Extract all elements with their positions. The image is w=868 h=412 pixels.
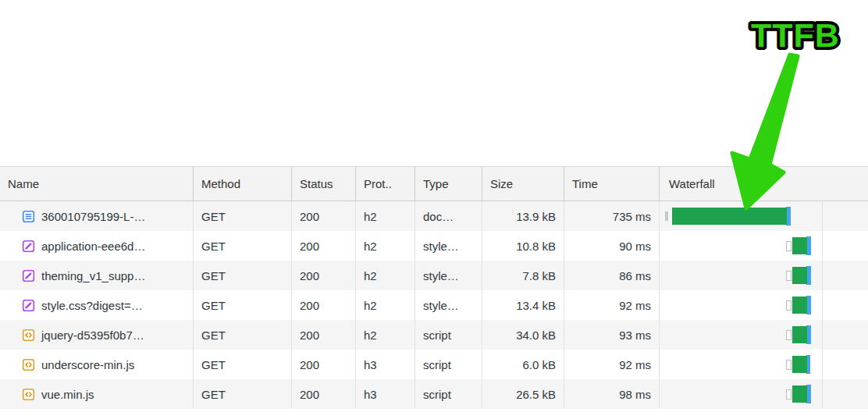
request-status: 200 (292, 379, 356, 409)
request-status: 200 (292, 290, 356, 320)
request-name: underscore-min.js (41, 358, 134, 371)
request-status: 200 (292, 261, 356, 290)
request-protocol: h2 (356, 201, 415, 231)
waterfall-ttfb-bar (792, 356, 807, 373)
request-status: 200 (292, 231, 356, 261)
request-protocol: h3 (356, 379, 415, 409)
request-size: 13.4 kB (482, 290, 564, 320)
table-row[interactable]: theming_v1_supp… GET 200 h2 style… 7.8 k… (0, 261, 868, 290)
waterfall-stalled-bar (786, 241, 792, 251)
request-type: script (415, 320, 482, 350)
waterfall-ttfb-bar (792, 326, 807, 343)
column-header-status[interactable]: Status (292, 167, 356, 201)
request-size: 7.8 kB (482, 261, 564, 290)
network-request-table: Name Method Status Prot.. Type Size Time… (0, 166, 868, 409)
request-time: 92 ms (564, 290, 660, 320)
column-header-name[interactable]: Name (0, 167, 194, 201)
request-time: 86 ms (564, 261, 660, 290)
script-icon (22, 329, 35, 342)
ttfb-label: TTFB (751, 16, 840, 54)
waterfall-cell (660, 290, 868, 320)
request-size: 13.9 kB (482, 201, 564, 231)
waterfall-ttfb-bar (792, 385, 807, 403)
stylesheet-icon (22, 269, 35, 282)
request-name: vue.min.js (41, 388, 94, 401)
request-protocol: h2 (356, 320, 415, 350)
request-status: 200 (292, 320, 356, 350)
request-name: application-eee6d… (41, 240, 145, 253)
waterfall-stalled-bar (786, 360, 792, 370)
waterfall-stalled-bar (665, 211, 668, 221)
waterfall-time-gridline (822, 201, 823, 409)
waterfall-stalled-bar (786, 330, 792, 340)
waterfall-cell (660, 350, 868, 379)
request-method: GET (194, 320, 292, 350)
table-row[interactable]: jquery-d5395f0b7… GET 200 h2 script 34.0… (0, 320, 868, 350)
document-icon (22, 210, 35, 223)
request-method: GET (194, 261, 292, 290)
waterfall-cell (660, 231, 868, 261)
waterfall-cell (660, 320, 868, 350)
column-header-method[interactable]: Method (194, 167, 292, 201)
request-method: GET (194, 231, 292, 261)
request-type: style… (415, 290, 482, 320)
waterfall-cell (660, 261, 868, 290)
request-method: GET (194, 201, 292, 231)
request-name: theming_v1_supp… (41, 269, 145, 282)
script-icon (22, 388, 35, 401)
waterfall-cell (660, 379, 868, 409)
request-type: script (415, 350, 482, 379)
request-method: GET (194, 290, 292, 320)
request-method: GET (194, 379, 292, 409)
devtools-network-panel: Name Method Status Prot.. Type Size Time… (0, 0, 868, 412)
request-status: 200 (292, 201, 356, 231)
column-header-size[interactable]: Size (482, 167, 564, 201)
request-status: 200 (292, 350, 356, 379)
request-type: script (415, 379, 482, 409)
table-row[interactable]: vue.min.js GET 200 h3 script 26.5 kB 98 … (0, 379, 868, 409)
waterfall-stalled-bar (786, 271, 792, 281)
waterfall-ttfb-bar (672, 208, 787, 225)
column-header-type[interactable]: Type (415, 167, 482, 201)
waterfall-stalled-bar (786, 389, 792, 400)
request-type: style… (415, 261, 482, 290)
table-row[interactable]: 360010795199-L-… GET 200 h2 doc… 13.9 kB… (0, 201, 868, 231)
stylesheet-icon (22, 240, 35, 253)
stylesheet-icon (22, 299, 35, 312)
request-protocol: h2 (356, 231, 415, 261)
waterfall-ttfb-bar (792, 267, 807, 284)
request-size: 6.0 kB (482, 350, 564, 379)
request-time: 735 ms (564, 201, 660, 231)
request-time: 90 ms (564, 231, 660, 261)
request-name: jquery-d5395f0b7… (41, 329, 144, 342)
request-time: 93 ms (564, 320, 660, 350)
waterfall-ttfb-bar (792, 297, 807, 314)
column-header-protocol[interactable]: Prot.. (356, 167, 415, 201)
waterfall-cell (660, 201, 868, 231)
request-protocol: h2 (356, 261, 415, 290)
table-row[interactable]: application-eee6d… GET 200 h2 style… 10.… (0, 231, 868, 261)
table-header: Name Method Status Prot.. Type Size Time… (0, 166, 868, 201)
request-size: 10.8 kB (482, 231, 564, 261)
waterfall-ttfb-bar (792, 237, 807, 254)
request-protocol: h2 (356, 290, 415, 320)
request-type: style… (415, 231, 482, 261)
table-row[interactable]: underscore-min.js GET 200 h3 script 6.0 … (0, 350, 868, 379)
request-time: 98 ms (564, 379, 660, 409)
column-header-time[interactable]: Time (564, 167, 660, 201)
request-name: 360010795199-L-… (41, 210, 145, 223)
column-header-waterfall[interactable]: Waterfall (660, 167, 868, 201)
request-name: style.css?digest=… (41, 299, 143, 312)
request-size: 34.0 kB (482, 320, 564, 350)
table-row[interactable]: style.css?digest=… GET 200 h2 style… 13.… (0, 290, 868, 320)
request-size: 26.5 kB (482, 379, 564, 409)
request-type: doc… (415, 201, 482, 231)
request-protocol: h3 (356, 350, 415, 379)
script-icon (22, 358, 35, 371)
waterfall-stalled-bar (786, 300, 792, 311)
request-method: GET (194, 350, 292, 379)
request-time: 92 ms (564, 350, 660, 379)
